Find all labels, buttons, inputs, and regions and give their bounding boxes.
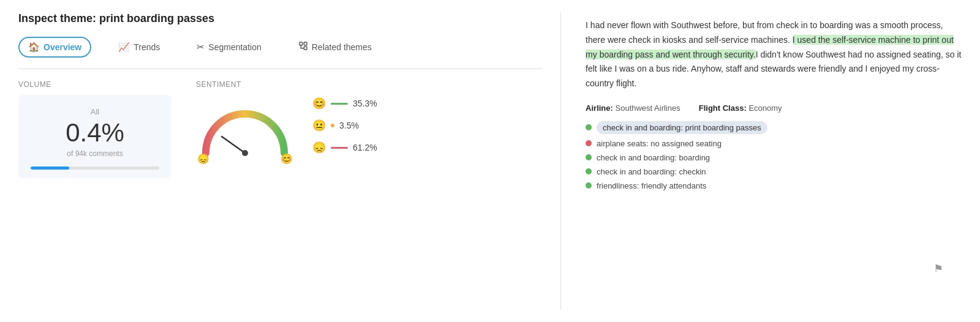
tag-dot-green bbox=[586, 168, 592, 174]
sentiment-gauge: 😞 😊 bbox=[196, 95, 294, 156]
tags-list: check in and boarding: print boarding pa… bbox=[586, 121, 962, 190]
sentiment-label: Sentiment bbox=[196, 80, 542, 89]
svg-text:😊: 😊 bbox=[281, 153, 293, 165]
volume-progress-fill bbox=[31, 167, 69, 170]
sentiment-negative: 😞 61.2% bbox=[312, 141, 377, 154]
meta-airline-label: Airline: bbox=[586, 103, 613, 113]
home-icon: 🏠 bbox=[28, 42, 40, 53]
negative-pct: 61.2% bbox=[353, 143, 377, 152]
metrics-row: Volume All 0.4% of 94k comments Sentimen… bbox=[18, 80, 542, 178]
meta-airline-value: Southwest Airlines bbox=[616, 103, 680, 113]
tag-dot-green bbox=[586, 182, 592, 189]
tag-dot-green bbox=[586, 124, 592, 130]
sentiment-neutral: 😐 3.5% bbox=[312, 119, 377, 132]
right-panel: I had never flown with Southwest before,… bbox=[560, 12, 962, 310]
tag-item: check in and boarding: print boarding pa… bbox=[586, 121, 962, 134]
volume-section: Volume All 0.4% of 94k comments bbox=[18, 80, 190, 178]
tabs-bar: 🏠 Overview 📈 Trends ✂ Segmentation bbox=[18, 36, 542, 58]
meta-flight-class-value: Economy bbox=[748, 103, 782, 113]
meta-flight-class: Flight Class: Economy bbox=[699, 103, 782, 113]
tab-trends-label: Trends bbox=[134, 42, 160, 52]
tag-item: check in and boarding: checkin bbox=[586, 167, 962, 176]
tag-dot-green bbox=[586, 154, 592, 160]
volume-progress-bar bbox=[31, 167, 159, 170]
volume-label: Volume bbox=[18, 80, 172, 89]
volume-percent: 0.4% bbox=[31, 119, 159, 147]
positive-line bbox=[331, 103, 348, 105]
meta-airline: Airline: Southwest Airlines bbox=[586, 103, 680, 113]
tag-text: friendliness: friendly attendants bbox=[597, 181, 706, 190]
neutral-dot bbox=[331, 124, 334, 127]
tab-related-themes[interactable]: Related themes bbox=[288, 36, 382, 58]
tab-overview[interactable]: 🏠 Overview bbox=[18, 37, 91, 58]
main-container: Inspect theme: print boarding passes 🏠 O… bbox=[0, 0, 980, 322]
left-panel: Inspect theme: print boarding passes 🏠 O… bbox=[18, 12, 560, 310]
page-title: Inspect theme: print boarding passes bbox=[18, 12, 542, 25]
tab-related-themes-label: Related themes bbox=[312, 42, 372, 52]
sentiment-content: 😞 😊 😊 35.3% 😐 bbox=[196, 95, 542, 156]
tab-segmentation-label: Segmentation bbox=[208, 42, 261, 52]
tag-dot-red bbox=[586, 140, 592, 146]
sentiment-section: Sentiment bbox=[190, 80, 542, 178]
negative-emoji: 😞 bbox=[312, 141, 326, 154]
svg-line-5 bbox=[222, 137, 245, 153]
trends-icon: 📈 bbox=[118, 42, 130, 53]
meta-row: Airline: Southwest Airlines Flight Class… bbox=[586, 103, 962, 113]
review-text: I had never flown with Southwest before,… bbox=[586, 18, 962, 91]
svg-rect-1 bbox=[304, 42, 307, 45]
meta-flight-class-label: Flight Class: bbox=[699, 103, 747, 113]
svg-text:😞: 😞 bbox=[197, 153, 209, 165]
tab-segmentation[interactable]: ✂ Segmentation bbox=[187, 37, 271, 58]
tag-item: friendliness: friendly attendants bbox=[586, 181, 962, 190]
volume-all: All bbox=[31, 107, 159, 116]
tag-item: check in and boarding: boarding bbox=[586, 153, 962, 162]
tab-overview-label: Overview bbox=[43, 42, 81, 52]
flag-icon: ⚑ bbox=[933, 263, 943, 275]
tag-text: check in and boarding: checkin bbox=[597, 167, 706, 176]
positive-emoji: 😊 bbox=[312, 97, 326, 110]
gauge-svg: 😞 😊 bbox=[196, 95, 294, 168]
neutral-emoji: 😐 bbox=[312, 119, 326, 132]
right-panel-inner: I had never flown with Southwest before,… bbox=[586, 18, 962, 288]
sentiment-legend: 😊 35.3% 😐 3.5% 😞 bbox=[312, 97, 377, 154]
flag-button[interactable]: ⚑ bbox=[933, 262, 943, 275]
tabs-divider bbox=[18, 69, 542, 69]
tag-text: check in and boarding: boarding bbox=[597, 153, 710, 162]
svg-point-6 bbox=[242, 150, 248, 156]
neutral-pct: 3.5% bbox=[339, 121, 359, 130]
segmentation-icon: ✂ bbox=[197, 42, 205, 53]
volume-comments: of 94k comments bbox=[31, 149, 159, 158]
related-themes-icon bbox=[298, 41, 308, 53]
tag-item: airplane seats: no assigned seating bbox=[586, 139, 962, 148]
negative-line bbox=[331, 147, 348, 149]
tab-trends[interactable]: 📈 Trends bbox=[108, 37, 170, 58]
volume-card: All 0.4% of 94k comments bbox=[18, 95, 172, 178]
positive-pct: 35.3% bbox=[353, 99, 377, 108]
tag-text: airplane seats: no assigned seating bbox=[597, 139, 722, 148]
sentiment-positive: 😊 35.3% bbox=[312, 97, 377, 110]
tag-pill: check in and boarding: print boarding pa… bbox=[597, 121, 767, 134]
